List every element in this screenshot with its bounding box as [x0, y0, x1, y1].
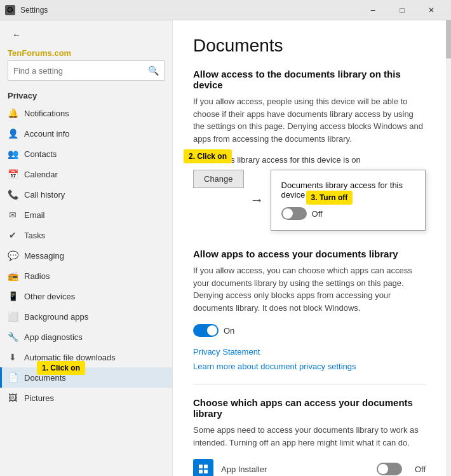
- change-row: 2. Click on Change → Documents library a…: [193, 170, 426, 231]
- app-container: ← TenForums.com 🔍 Privacy 🔔 Notification…: [0, 20, 451, 476]
- titlebar-controls: – □ ✕: [358, 0, 446, 20]
- documents-icon: 📄: [8, 372, 18, 383]
- other-devices-icon: 📱: [8, 291, 18, 301]
- sidebar-item-label: Radios: [24, 271, 50, 281]
- section2-desc: If you allow access, you can choose whic…: [193, 264, 426, 314]
- background-apps-icon: ⬜: [8, 311, 18, 322]
- sidebar-item-label: Pictures: [24, 393, 54, 403]
- radios-icon: 📻: [8, 271, 18, 281]
- sidebar-item-label: App diagnostics: [24, 332, 83, 342]
- titlebar: ⚙ Settings – □ ✕: [0, 0, 451, 20]
- sidebar-item-label: Account info: [24, 129, 70, 139]
- section3-container: Choose which apps can access your docume…: [193, 397, 426, 476]
- back-button[interactable]: ←: [8, 25, 25, 43]
- app-installer-toggle[interactable]: [377, 463, 402, 475]
- svg-rect-1: [204, 465, 208, 468]
- content-area: Documents Allow access to the documents …: [173, 20, 446, 476]
- auto-downloads-icon: ⬇: [8, 352, 18, 362]
- sidebar-item-pictures[interactable]: 🖼 Pictures: [0, 388, 172, 408]
- calendar-icon: 📅: [8, 169, 18, 179]
- sidebar-item-messaging[interactable]: 💬 Messaging: [0, 245, 172, 266]
- app-diagnostics-icon: 🔧: [8, 332, 18, 342]
- scrollbar-thumb[interactable]: [446, 20, 451, 58]
- close-button[interactable]: ✕: [417, 0, 446, 20]
- sidebar-nav: ←: [0, 20, 172, 48]
- sidebar-item-calendar[interactable]: 📅 Calendar: [0, 164, 172, 184]
- watermark: TenForums.com: [0, 48, 172, 60]
- pictures-icon: 🖼: [8, 393, 18, 403]
- app-installer-state: Off: [415, 465, 426, 474]
- section-divider: [193, 384, 426, 384]
- sidebar-item-account-info[interactable]: 👤 Account info: [0, 123, 172, 144]
- annotation-3: 3. Turn off: [306, 191, 353, 205]
- sidebar-item-tasks[interactable]: ✔ Tasks: [0, 225, 172, 245]
- section-device-access: Allow access to the documents library on…: [193, 69, 426, 231]
- scrollbar[interactable]: [446, 20, 451, 476]
- titlebar-left: ⚙ Settings: [5, 5, 48, 15]
- section1-desc: If you allow access, people using this d…: [193, 95, 426, 145]
- toggle-off-switch[interactable]: [281, 207, 307, 220]
- section1-title: Allow access to the documents library on…: [193, 69, 426, 90]
- section3-title: Choose which apps can access your docume…: [193, 397, 426, 419]
- sidebar-item-label: Calendar: [24, 170, 58, 179]
- sidebar-item-other-devices[interactable]: 📱 Other devices: [0, 286, 172, 306]
- sidebar-item-label: Tasks: [24, 231, 45, 240]
- sidebar-item-notifications[interactable]: 🔔 Notifications: [0, 103, 172, 123]
- search-icon: 🔍: [148, 65, 159, 76]
- sidebar-item-documents[interactable]: 📄 Documents 1. Click on: [0, 367, 172, 388]
- section3-desc: Some apps need to access your documents …: [193, 424, 426, 449]
- page-title: Documents: [193, 36, 426, 56]
- section2-toggle-state: On: [224, 326, 234, 336]
- sidebar-item-label: Messaging: [24, 251, 64, 261]
- search-input[interactable]: [13, 66, 148, 76]
- sidebar-item-email[interactable]: ✉ Email: [0, 205, 172, 225]
- sidebar-section-label: Privacy: [0, 86, 172, 103]
- arrow-right-icon: →: [250, 192, 264, 208]
- sidebar-item-radios[interactable]: 📻 Radios: [0, 266, 172, 286]
- toggle-row: Off 3. Turn off: [281, 207, 415, 220]
- section2-toggle-row: On: [193, 324, 426, 337]
- sidebar-item-label: Notifications: [24, 109, 69, 118]
- sidebar-item-app-diagnostics[interactable]: 🔧 App diagnostics: [0, 327, 172, 347]
- section2-container: Allow apps to access your documents libr…: [193, 248, 426, 371]
- sidebar-item-contacts[interactable]: 👥 Contacts: [0, 144, 172, 164]
- app-installer-row: App Installer Off: [193, 459, 426, 476]
- account-info-icon: 👤: [8, 128, 18, 139]
- sidebar-item-label: Other devices: [24, 292, 75, 301]
- app-installer-icon: [193, 459, 213, 476]
- learn-more-link[interactable]: Learn more about document privacy settin…: [193, 362, 426, 371]
- titlebar-title: Settings: [20, 6, 48, 15]
- sidebar-item-automatic-downloads[interactable]: ⬇ Automatic file downloads: [0, 347, 172, 367]
- annotation-2: 2. Click on: [184, 149, 232, 163]
- messaging-icon: 💬: [8, 250, 18, 261]
- sidebar-item-call-history[interactable]: 📞 Call history: [0, 184, 172, 205]
- sidebar-item-label: Background apps: [24, 312, 88, 322]
- toggle-on-switch[interactable]: [193, 324, 219, 337]
- sidebar: ← TenForums.com 🔍 Privacy 🔔 Notification…: [0, 20, 173, 476]
- svg-rect-2: [199, 470, 203, 473]
- svg-rect-3: [204, 470, 208, 473]
- change-button[interactable]: Change: [193, 170, 244, 188]
- sidebar-item-background-apps[interactable]: ⬜ Background apps: [0, 306, 172, 327]
- sidebar-scroll: 🔔 Notifications 👤 Account info 👥 Contact…: [0, 103, 172, 476]
- annotation-1: 1. Click on: [37, 361, 85, 375]
- svg-rect-0: [199, 465, 203, 468]
- minimize-button[interactable]: –: [358, 0, 387, 20]
- app-installer-name: App Installer: [221, 465, 369, 474]
- sidebar-item-label: Call history: [24, 190, 65, 200]
- toggle-state-label: Off: [312, 209, 323, 219]
- sidebar-item-label: Contacts: [24, 149, 57, 159]
- call-history-icon: 📞: [8, 189, 18, 200]
- notifications-icon: 🔔: [8, 108, 18, 118]
- search-box[interactable]: 🔍: [8, 60, 165, 81]
- maximize-button[interactable]: □: [387, 0, 417, 20]
- sidebar-item-label: Email: [24, 210, 45, 220]
- contacts-icon: 👥: [8, 149, 18, 159]
- section2-title: Allow apps to access your documents libr…: [193, 248, 426, 259]
- settings-icon: ⚙: [5, 5, 15, 15]
- privacy-statement-link[interactable]: Privacy Statement: [193, 347, 426, 357]
- email-icon: ✉: [8, 210, 18, 220]
- popup-box: Documents library access for this device…: [271, 170, 426, 231]
- tasks-icon: ✔: [8, 230, 18, 240]
